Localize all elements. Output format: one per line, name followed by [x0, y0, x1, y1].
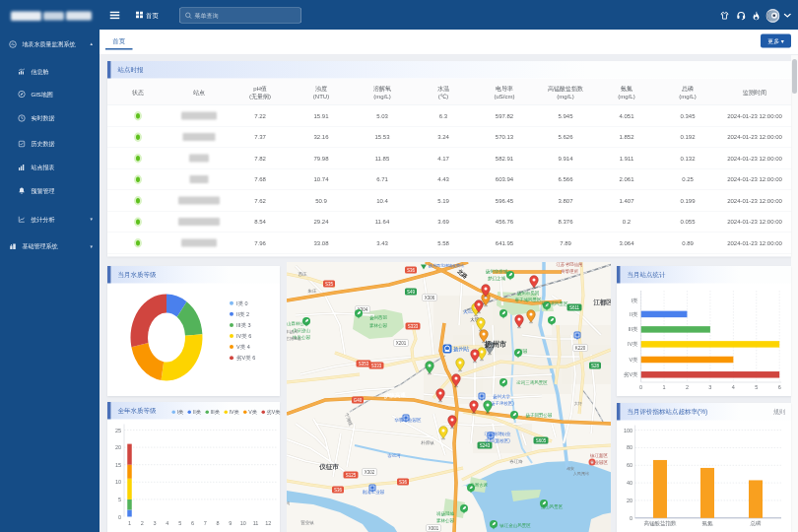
svg-text:4: 4 [166, 520, 168, 526]
svg-text:S611: S611 [569, 305, 580, 310]
svg-text:II类: II类 [630, 311, 638, 317]
svg-text:氨氮: 氨氮 [702, 520, 714, 526]
svg-text:(扬子津校区): (扬子津校区) [489, 400, 514, 407]
svg-text:5: 5 [178, 520, 181, 526]
svg-text:华腾工业园区: 华腾工业园区 [395, 417, 423, 423]
svg-text:10: 10 [240, 520, 246, 526]
svg-text:K220: K220 [575, 346, 586, 351]
svg-text:0: 0 [118, 514, 121, 520]
svg-text:吉运河: 吉运河 [387, 453, 401, 458]
svg-text:仪征市: 仪征市 [318, 463, 339, 471]
svg-text:劣V类: 劣V类 [624, 371, 638, 378]
svg-text:西庄: 西庄 [299, 271, 308, 277]
svg-text:5: 5 [755, 384, 758, 390]
svg-text:1: 1 [663, 384, 666, 390]
svg-text:4: 4 [732, 384, 735, 390]
svg-text:春江路: 春江路 [509, 459, 523, 464]
svg-text:1: 1 [128, 520, 131, 526]
svg-text:25: 25 [115, 428, 121, 433]
svg-text:III类 3: III类 3 [236, 322, 251, 328]
svg-text:州管理所: 州管理所 [561, 268, 579, 274]
svg-text:X306: X306 [425, 296, 435, 300]
svg-text:利涛工业园: 利涛工业园 [363, 489, 385, 495]
svg-text:10: 10 [115, 479, 121, 485]
svg-text:扬州市: 扬州市 [484, 340, 507, 349]
svg-text:S49: S49 [407, 290, 416, 295]
svg-text:产业园区: 产业园区 [590, 459, 609, 465]
svg-text:S605: S605 [536, 438, 547, 443]
svg-text:S28: S28 [591, 364, 600, 368]
svg-text:扬州站: 扬州站 [453, 346, 470, 353]
svg-text:S36: S36 [334, 488, 343, 493]
svg-text:S35: S35 [325, 282, 334, 287]
svg-text:8: 8 [217, 520, 220, 526]
svg-text:S353: S353 [359, 362, 369, 366]
svg-text:镇江新区: 镇江新区 [589, 452, 609, 458]
svg-text:3: 3 [708, 384, 711, 390]
svg-text:运河三湾风景区: 运河三湾风景区 [516, 379, 548, 386]
svg-text:茱萸湾风景区: 茱萸湾风景区 [542, 300, 569, 307]
svg-text:S36: S36 [399, 480, 408, 485]
svg-text:7: 7 [204, 520, 207, 526]
svg-text:森林公园: 森林公园 [369, 323, 387, 328]
svg-text:何园: 何园 [518, 349, 528, 354]
svg-text:X201: X201 [396, 341, 407, 346]
svg-text:V类: V类 [629, 357, 638, 363]
svg-text:S125: S125 [346, 473, 357, 478]
svg-text:朱庄: 朱庄 [308, 289, 318, 294]
svg-text:G40: G40 [354, 398, 363, 403]
svg-text:S333: S333 [371, 364, 382, 368]
svg-text:X302: X302 [365, 470, 375, 475]
svg-text:大圩: 大圩 [574, 401, 582, 406]
svg-text:2: 2 [141, 520, 144, 526]
svg-text:100: 100 [624, 428, 632, 433]
svg-text:唐子城风景区: 唐子城风景区 [515, 297, 543, 302]
svg-text:6: 6 [191, 520, 194, 526]
svg-text:40: 40 [627, 480, 632, 486]
svg-text:扬州西部: 扬州西部 [369, 314, 388, 321]
svg-text:学院(新校区): 学院(新校区) [485, 437, 510, 443]
svg-text:I类: I类 [632, 298, 639, 303]
svg-text:3: 3 [154, 520, 157, 526]
svg-text:5: 5 [118, 497, 121, 502]
svg-text:瓜洲古渡: 瓜洲古渡 [470, 482, 489, 488]
svg-text:6: 6 [778, 384, 781, 390]
svg-text:S333: S333 [408, 324, 419, 329]
svg-text:11: 11 [253, 520, 259, 526]
svg-text:9: 9 [229, 520, 232, 526]
svg-text:12: 12 [265, 520, 271, 526]
svg-text:15: 15 [115, 462, 121, 468]
svg-text:劣V类 6: 劣V类 6 [236, 355, 255, 362]
svg-text:I类 0: I类 0 [236, 300, 248, 306]
svg-text:2: 2 [686, 384, 689, 390]
svg-text:江苏旅游职业: 江苏旅游职业 [485, 431, 512, 436]
svg-text:0: 0 [639, 384, 642, 390]
svg-text:S36: S36 [407, 268, 416, 273]
svg-text:前家沟: 前家沟 [287, 500, 290, 505]
svg-text:V类 4: V类 4 [236, 344, 250, 350]
svg-text:S243: S243 [480, 443, 491, 448]
svg-text:II类 2: II类 2 [236, 311, 249, 317]
svg-text:高锰酸盐指数: 高锰酸盐指数 [644, 520, 678, 527]
svg-text:江都区: 江都区 [593, 299, 611, 306]
svg-text:润扬湿地: 润扬湿地 [436, 510, 455, 517]
svg-text:60: 60 [627, 462, 632, 468]
svg-text:朴席镇: 朴席镇 [420, 440, 434, 445]
svg-text:IV类 6: IV类 6 [236, 333, 251, 339]
svg-text:镇江金山风景区: 镇江金山风景区 [499, 522, 531, 528]
svg-text:0: 0 [630, 515, 632, 521]
svg-text:焦山风景区: 焦山风景区 [541, 503, 564, 509]
svg-text:铜山森林公园: 铜山森林公园 [287, 320, 309, 326]
svg-text:IV类: IV类 [628, 341, 638, 347]
svg-text:总磷: 总磷 [750, 520, 763, 526]
svg-text:80: 80 [627, 444, 632, 450]
svg-text:III类: III类 [629, 326, 639, 332]
svg-text:20: 20 [627, 498, 632, 503]
svg-text:X001: X001 [429, 526, 439, 531]
svg-text:20: 20 [115, 444, 121, 450]
svg-text:森林公园: 森林公园 [436, 518, 454, 523]
